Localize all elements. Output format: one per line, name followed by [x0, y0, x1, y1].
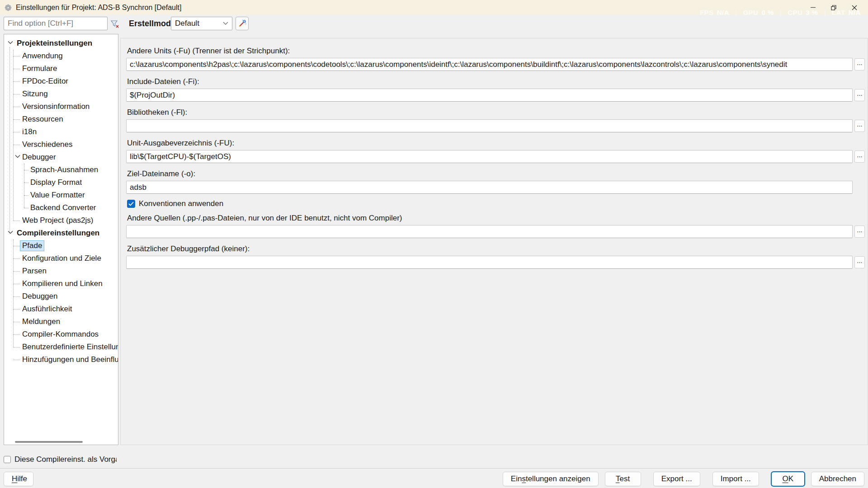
tree-item-kompilieren-und-linken[interactable]: Kompilieren und Linken: [4, 277, 118, 290]
tree-item-anwendung[interactable]: Anwendung: [4, 50, 118, 62]
ok-button[interactable]: OK: [771, 472, 805, 486]
minimize-icon: [811, 5, 816, 10]
apply-conventions-row[interactable]: Konventionen anwenden: [127, 199, 865, 208]
tree-item-pfade[interactable]: Pfade: [4, 239, 118, 252]
tree-item-fpdoc-editor[interactable]: FPDoc-Editor: [4, 75, 118, 88]
libraries-input[interactable]: [126, 119, 853, 132]
help-mnemonic: H: [12, 474, 17, 483]
target-file-input[interactable]: [126, 181, 853, 194]
apply-conventions-label: Konventionen anwenden: [139, 199, 223, 208]
tree-item-konfiguration-und-ziele[interactable]: Konfiguration und Ziele: [4, 252, 118, 265]
tree-item-versionsinformation[interactable]: Versionsinformation: [4, 100, 118, 113]
project-options-dialog: { "window": { "title": "Einstellungen fü…: [0, 0, 868, 488]
tree-item-ausfuehrlichkeit[interactable]: Ausführlichkeit: [4, 303, 118, 315]
show-options-mnemonic: s: [522, 474, 526, 483]
window-title: Einstellungen für Projekt: ADS-B Synchro…: [16, 4, 181, 12]
cancel-button[interactable]: Abbrechen: [811, 472, 864, 486]
debugger-path-browse-button[interactable]: ...: [854, 256, 865, 268]
include-files-input[interactable]: [126, 89, 853, 102]
other-units-browse-button[interactable]: ...: [854, 58, 865, 70]
scrollbar-thumb[interactable]: [15, 441, 83, 443]
tree-item-label: Compiler-Kommandos: [22, 330, 99, 339]
close-button[interactable]: [844, 0, 865, 15]
tree-item-label: Value Formatter: [30, 191, 85, 200]
options-toolbar: Erstellmodi Default: [0, 15, 868, 34]
build-modes-wand-icon: [238, 19, 246, 28]
other-units-input[interactable]: [126, 58, 853, 71]
tree-item-compilereinstellungen[interactable]: Compilereinstellungen: [4, 227, 118, 239]
test-button[interactable]: Test: [605, 472, 641, 486]
tree-item-ressourcen[interactable]: Ressourcen: [4, 113, 118, 126]
chevron-down-icon: [8, 230, 13, 235]
chevron-down-icon: [15, 155, 20, 159]
paths-options-page: Andere Units (-Fu) (Trenner ist der Stri…: [120, 38, 868, 445]
app-gear-icon: [4, 4, 12, 12]
tree-item-label: Verschiedenes: [22, 140, 73, 149]
unit-output-browse-button[interactable]: ...: [854, 150, 865, 163]
tree-connector: [13, 221, 20, 221]
clear-filter-button[interactable]: [110, 19, 120, 29]
tree-item-value-formatter[interactable]: Value Formatter: [4, 189, 118, 202]
other-units-row: ...: [126, 58, 865, 71]
build-modes-config-button[interactable]: [236, 17, 249, 30]
tree-item-display-format[interactable]: Display Format: [4, 176, 118, 189]
tree-item-label: i18n: [22, 127, 37, 136]
test-rest: est: [620, 474, 630, 483]
minimize-button[interactable]: [802, 0, 823, 15]
other-sources-input[interactable]: [126, 225, 853, 238]
tree-item-i18n[interactable]: i18n: [4, 126, 118, 138]
tree-item-formulare[interactable]: Formulare: [4, 62, 118, 75]
show-options-button[interactable]: Einstellungen anzeigen: [503, 472, 599, 486]
tree-item-label: Sitzung: [22, 89, 48, 99]
tree-connector: [13, 145, 20, 145]
tree-item-sprach-ausnahmen[interactable]: Sprach-Ausnahmen: [4, 164, 118, 176]
tree-item-label: Debuggen: [22, 292, 57, 301]
tree-item-verschiedenes[interactable]: Verschiedenes: [4, 138, 118, 151]
build-mode-select[interactable]: Default: [171, 17, 232, 30]
compiler-defaults-checkbox[interactable]: [4, 456, 11, 463]
tree-item-web-project-pas2js[interactable]: Web Project (pas2js): [4, 214, 118, 227]
debugger-path-label: Zusätzlicher Debuggerpfad (keiner):: [127, 244, 865, 253]
tree-connector: [24, 170, 28, 170]
tree-item-sitzung[interactable]: Sitzung: [4, 88, 118, 100]
tree-item-label: Konfiguration und Ziele: [22, 254, 101, 263]
tree-item-label: Backend Converter: [30, 203, 96, 212]
tree-item-debugger[interactable]: Debugger: [4, 151, 118, 164]
target-file-label: Ziel-Dateiname (-o):: [127, 169, 865, 178]
tree-item-debuggen[interactable]: Debuggen: [4, 290, 118, 303]
export-button[interactable]: Export ...: [653, 472, 700, 486]
apply-conventions-checkbox[interactable]: [127, 200, 135, 208]
ok-mnemonic: O: [782, 474, 788, 483]
tree-item-hinzufuegungen-und-beeinflussung[interactable]: Hinzufügungen und Beeinflussung: [4, 353, 118, 366]
other-sources-browse-button[interactable]: ...: [854, 225, 865, 238]
import-button[interactable]: Import ...: [712, 472, 759, 486]
tree-item-meldungen[interactable]: Meldungen: [4, 315, 118, 328]
tree-connector: [13, 56, 20, 56]
tree-item-backend-converter[interactable]: Backend Converter: [4, 202, 118, 214]
tree-item-parsen[interactable]: Parsen: [4, 265, 118, 277]
help-button[interactable]: Hilfe: [4, 472, 33, 486]
tree-connector: [13, 334, 20, 335]
check-icon: [128, 202, 134, 206]
tree-connector: [13, 94, 20, 94]
tree-item-benutzerdefinierte-einstellungen[interactable]: Benutzerdefinierte Einstellungen: [4, 341, 118, 353]
unit-output-input[interactable]: [126, 150, 853, 163]
restore-button[interactable]: [823, 0, 844, 15]
titlebar: Einstellungen für Projekt: ADS-B Synchro…: [0, 0, 868, 15]
tree-item-projekteinstellungen[interactable]: Projekteinstellungen: [4, 37, 118, 50]
tree-horizontal-scrollbar[interactable]: [4, 440, 118, 444]
tree-connector: [13, 107, 20, 107]
options-tree: Projekteinstellungen Anwendung Formulare…: [4, 34, 118, 445]
include-files-browse-button[interactable]: ...: [854, 89, 865, 101]
debugger-path-input[interactable]: [126, 256, 853, 269]
unit-output-label: Unit-Ausgabeverzeichnis (-FU):: [127, 139, 865, 148]
window-controls: [802, 0, 865, 15]
tree-item-label: Web Project (pas2js): [22, 216, 93, 225]
tree-connector: [24, 208, 28, 208]
compiler-defaults-checkbox-row[interactable]: Diese Compilereinst. als Vorgabe: [4, 454, 117, 465]
tree-item-compiler-kommandos[interactable]: Compiler-Kommandos: [4, 328, 118, 341]
search-input[interactable]: [4, 17, 108, 30]
libraries-browse-button[interactable]: ...: [854, 120, 865, 132]
tree-item-label-selected: Pfade: [20, 241, 44, 251]
help-rest: ilfe: [17, 474, 27, 483]
